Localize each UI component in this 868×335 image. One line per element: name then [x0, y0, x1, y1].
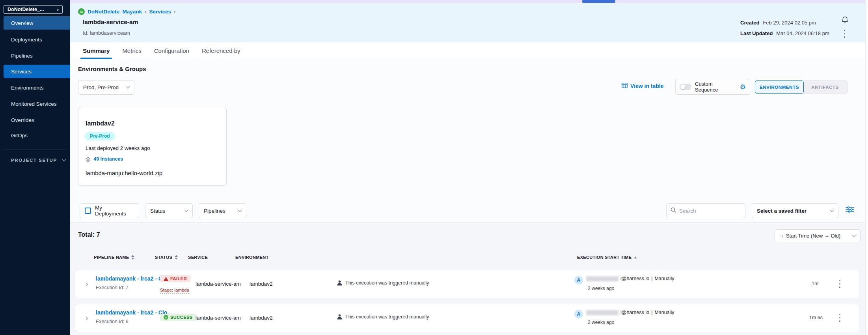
environment-cell: lambdav2 [250, 315, 273, 321]
triggered-by: l@harness.io | Manually [586, 276, 674, 281]
total-count: Total: 7 [78, 231, 100, 238]
sort-updown-icon: ↑↓ [780, 233, 783, 239]
updated-row: Last Updated Mar 04, 2024 06:18 pm [740, 30, 829, 36]
segment-artifacts-button[interactable]: ARTIFACTS [803, 80, 848, 94]
my-deployments-label: My Deployments [95, 205, 134, 217]
user-email: l@harness.io [620, 310, 649, 315]
execution-id: Execution Id: 6 [96, 319, 129, 324]
triggered-by: l@harness.io | Manually [586, 310, 674, 315]
sidebar-item-deployments[interactable]: Deployments [0, 33, 70, 46]
column-service[interactable]: SERVICE [188, 255, 208, 260]
updated-label: Last Updated [740, 30, 773, 36]
execution-id: Execution Id: 7 [96, 285, 129, 290]
user-icon [337, 314, 342, 320]
user-email: l@harness.io [620, 276, 649, 281]
breadcrumb-project-link[interactable]: DoNotDelete_Mayank [88, 9, 142, 15]
notifications-bell-icon[interactable] [841, 15, 849, 26]
execution-row[interactable]: › lambdamayank - lrca2 - Clo... Executio… [75, 304, 859, 332]
avatar: A [574, 276, 583, 284]
breadcrumb-services-link[interactable]: Services [149, 9, 171, 15]
expand-chevron-icon[interactable]: › [86, 280, 88, 288]
saved-filter-dropdown[interactable]: Select a saved filter [752, 203, 838, 218]
sort-asc-icon [634, 256, 637, 258]
app-root: DoNotDelete_... › Overview Deployments P… [0, 0, 868, 335]
check-circle-icon [164, 315, 168, 320]
service-header: ∞ DoNotDelete_Mayank › Services › lambda… [70, 3, 868, 42]
environment-type-dropdown[interactable]: Prod, Pre-Prod [78, 80, 134, 95]
environment-name: lambdav2 [86, 120, 115, 127]
service-cell: lambda-service-am [196, 315, 241, 321]
created-row: Created Feb 29, 2024 02:05 pm [740, 20, 816, 26]
chevron-down-icon [238, 208, 242, 212]
tab-metrics[interactable]: Metrics [121, 42, 143, 59]
updated-value: Mar 04, 2024 06:18 pm [776, 30, 829, 36]
sidebar-item-overrides[interactable]: Overrides [0, 113, 70, 127]
scrollbar-gutter[interactable] [865, 0, 868, 335]
column-execution-start-time[interactable]: EXECUTION START TIME [577, 255, 637, 260]
segment-environments-button[interactable]: ENVIRONMENTS [755, 80, 804, 94]
sidebar-item-services[interactable]: Services [4, 65, 70, 78]
top-banner-strip [70, 0, 868, 3]
chevron-down-icon [184, 208, 188, 212]
project-setup-label: PROJECT SETUP [11, 158, 57, 163]
failed-stage-link[interactable]: Stage: lambda [160, 288, 189, 294]
my-deployments-filter[interactable]: My Deployments [80, 203, 139, 218]
status-filter-dropdown[interactable]: Status [145, 203, 193, 218]
tab-referenced-by[interactable]: Referenced by [200, 42, 242, 59]
column-pipeline-name[interactable]: PIPELINE NAME [94, 255, 134, 260]
my-deployments-checkbox[interactable] [85, 208, 91, 214]
service-id: Id: lambdaserviceam [83, 30, 130, 36]
environments-section: Environments & Groups Prod, Pre-Prod Vie… [70, 59, 868, 223]
gear-icon[interactable]: ⚙ [740, 84, 746, 90]
column-environment[interactable]: ENVIRONMENT [235, 255, 269, 260]
sidebar-divider [4, 150, 66, 150]
artifact-name: lambda-manju:hello-world.zip [86, 170, 162, 176]
search-input[interactable] [679, 208, 741, 214]
project-setup-toggle[interactable]: PROJECT SETUP [11, 158, 65, 163]
custom-sequence-toggle[interactable] [680, 84, 691, 90]
trigger-info: This execution was triggered manually [337, 314, 429, 320]
created-label: Created [740, 20, 759, 26]
filter-sliders-icon[interactable] [846, 206, 854, 215]
trigger-type: Manually [654, 276, 674, 281]
top-progress-bar [582, 0, 615, 3]
custom-sequence-label: Custom Sequence [695, 81, 732, 93]
instances-link[interactable]: 49 Instances [93, 156, 123, 162]
redacted-email-prefix [586, 310, 618, 315]
chevron-down-icon [62, 157, 66, 161]
env-artifact-segmented-control: ENVIRONMENTS ARTIFACTS [755, 80, 848, 94]
chevron-right-icon: › [174, 9, 175, 15]
executions-section: Total: 7 ↑↓ Start Time (New → Old) PIPEL… [70, 223, 868, 335]
environment-type-badge: Pre-Prod [85, 132, 115, 140]
column-status[interactable]: STATUS [155, 255, 178, 260]
sidebar: DoNotDelete_... › Overview Deployments P… [0, 0, 70, 335]
expand-chevron-icon[interactable]: › [86, 314, 88, 322]
pipelines-filter-dropdown[interactable]: Pipelines [199, 203, 246, 218]
page-title: lambda-service-am [83, 19, 138, 26]
sidebar-item-gitops[interactable]: GitOps [0, 129, 70, 142]
tab-summary[interactable]: Summary [81, 42, 111, 59]
sidebar-item-pipelines[interactable]: Pipelines [0, 49, 70, 62]
custom-sequence-control: Custom Sequence ⚙ [675, 79, 750, 95]
table-icon [622, 83, 628, 89]
sidebar-item-environments[interactable]: Environments [0, 81, 70, 94]
sort-dropdown[interactable]: ↑↓ Start Time (New → Old) [775, 229, 861, 242]
project-selector[interactable]: DoNotDelete_... › [4, 5, 63, 14]
row-more-menu[interactable] [839, 279, 840, 289]
trigger-type: Manually [654, 310, 674, 315]
environment-card: lambdav2 Pre-Prod Last deployed 2 weeks … [78, 107, 227, 186]
duration: 1m 6s [809, 315, 823, 320]
trigger-info: This execution was triggered manually [337, 280, 429, 286]
header-more-menu[interactable] [844, 29, 845, 39]
execution-row[interactable]: › lambdamayank - lrca2 - Clo... Executio… [75, 270, 859, 298]
environment-type-value: Prod, Pre-Prod [83, 84, 119, 90]
redacted-email-prefix [586, 276, 618, 281]
sidebar-item-overview[interactable]: Overview [4, 16, 70, 30]
tab-configuration[interactable]: Configuration [153, 42, 191, 59]
service-cell: lambda-service-am [196, 281, 241, 287]
instances-target-icon: ◎ [86, 156, 90, 162]
view-in-table-button[interactable]: View in table [622, 83, 664, 89]
sidebar-item-monitored-services[interactable]: Monitored Services [0, 97, 70, 110]
row-more-menu[interactable] [839, 313, 840, 323]
project-selector-label: DoNotDelete_... [7, 7, 44, 12]
